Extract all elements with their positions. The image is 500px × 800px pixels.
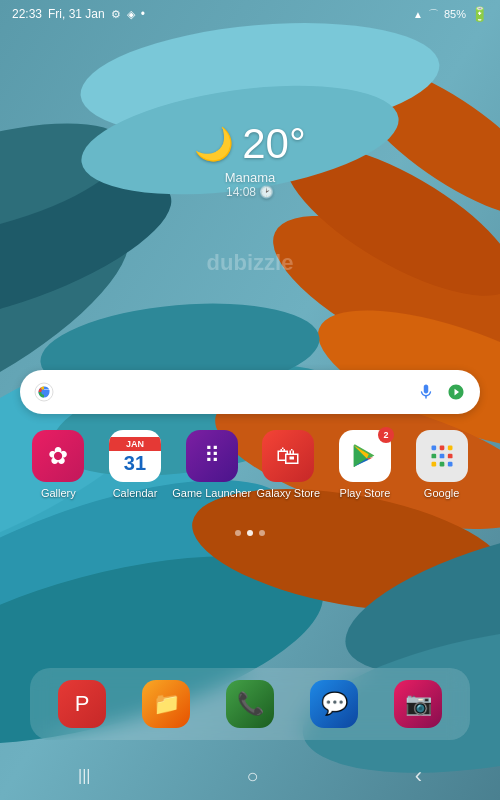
myfiles-icon: 📁: [142, 680, 190, 728]
gallery-label: Gallery: [41, 487, 76, 499]
dock: P 📁 📞 💬 📷: [30, 668, 470, 740]
phone-icon: 📞: [226, 680, 274, 728]
svg-rect-24: [447, 446, 452, 451]
home-button[interactable]: ○: [227, 757, 279, 796]
calendar-icon: JAN 31: [109, 430, 161, 482]
svg-rect-29: [439, 462, 444, 467]
weather-time-value: 14:08: [226, 185, 256, 199]
page-indicators: [235, 530, 265, 536]
wifi-icon: ⌒: [428, 7, 439, 22]
svg-rect-27: [447, 454, 452, 459]
svg-rect-30: [447, 462, 452, 467]
google-icon: [416, 430, 468, 482]
app-google[interactable]: Google: [406, 430, 478, 499]
status-date: Fri, 31 Jan: [48, 7, 105, 21]
svg-rect-23: [439, 446, 444, 451]
svg-rect-22: [431, 446, 436, 451]
search-bar[interactable]: [20, 370, 480, 414]
google-label: Google: [424, 487, 459, 499]
polaris-icon: P: [58, 680, 106, 728]
app-gallery[interactable]: ✿ Gallery: [22, 430, 94, 499]
status-time: 22:33: [12, 7, 42, 21]
app-game-launcher[interactable]: ⠿ Game Launcher: [176, 430, 248, 499]
weather-widget: 🌙 20° Manama 14:08 🕑: [194, 120, 306, 199]
search-right-icons: [416, 382, 466, 402]
camera-icon: 📷: [394, 680, 442, 728]
weather-icon: 🌙: [194, 125, 234, 163]
dock-messages[interactable]: 💬: [310, 680, 358, 728]
status-left: 22:33 Fri, 31 Jan ⚙ ◈ •: [12, 7, 145, 21]
svg-rect-25: [431, 454, 436, 459]
svg-rect-28: [431, 462, 436, 467]
galaxy-store-label: Galaxy Store: [257, 487, 321, 499]
google-logo: [34, 382, 54, 402]
page-dot-2: [247, 530, 253, 536]
battery-icon: 🔋: [471, 6, 488, 22]
battery-text: 85%: [444, 8, 466, 20]
game-launcher-label: Game Launcher: [172, 487, 251, 499]
dock-phone[interactable]: 📞: [226, 680, 274, 728]
weather-temperature: 20°: [242, 120, 306, 168]
messages-icon: 💬: [310, 680, 358, 728]
dock-myfiles[interactable]: 📁: [142, 680, 190, 728]
app-calendar[interactable]: JAN 31 Calendar: [99, 430, 171, 499]
nav-bar: ||| ○ ‹: [0, 752, 500, 800]
weather-city: Manama: [194, 170, 306, 185]
weather-time-icon: 🕑: [259, 185, 274, 199]
app-grid: ✿ Gallery JAN 31 Calendar ⠿ Game Launche…: [0, 430, 500, 499]
calendar-label: Calendar: [113, 487, 158, 499]
svg-rect-21: [44, 390, 50, 392]
status-right: ▲ ⌒ 85% 🔋: [413, 6, 488, 22]
back-button[interactable]: ‹: [395, 755, 442, 797]
svg-rect-26: [439, 454, 444, 459]
weather-time: 14:08 🕑: [194, 185, 306, 199]
game-launcher-icon: ⠿: [186, 430, 238, 482]
app-play-store[interactable]: 2 Play Store: [329, 430, 401, 499]
gallery-icon: ✿: [32, 430, 84, 482]
play-store-label: Play Store: [340, 487, 391, 499]
page-dot-3: [259, 530, 265, 536]
status-dot: •: [141, 7, 145, 21]
dock-camera[interactable]: 📷: [394, 680, 442, 728]
app-galaxy-store[interactable]: 🛍 Galaxy Store: [252, 430, 324, 499]
play-store-badge: 2: [378, 427, 394, 443]
dock-polaris[interactable]: P: [58, 680, 106, 728]
galaxy-store-icon: 🛍: [262, 430, 314, 482]
lens-icon[interactable]: [446, 382, 466, 402]
status-bar: 22:33 Fri, 31 Jan ⚙ ◈ • ▲ ⌒ 85% 🔋: [0, 0, 500, 28]
signal-icon: ▲: [413, 9, 423, 20]
page-dot-1: [235, 530, 241, 536]
recent-apps-button[interactable]: |||: [58, 759, 110, 793]
search-input[interactable]: [64, 370, 416, 414]
status-extra-icon: ◈: [127, 8, 135, 21]
watermark: dubizzle: [207, 250, 294, 276]
status-settings-icon: ⚙: [111, 8, 121, 21]
mic-icon[interactable]: [416, 382, 436, 402]
